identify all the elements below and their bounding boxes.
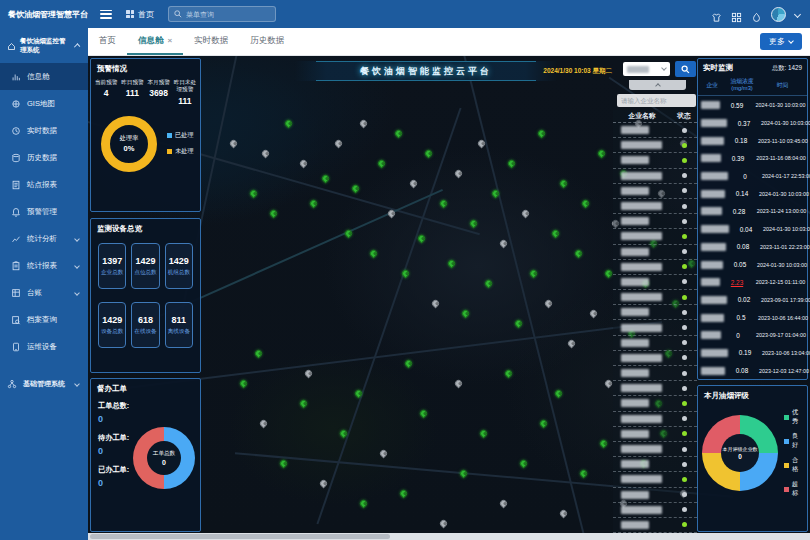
map-pin[interactable] [477,139,487,149]
sidebar-item[interactable]: 预警管理 [0,198,88,225]
list-item[interactable] [613,260,697,275]
list-item[interactable] [613,214,697,229]
map-pin[interactable] [507,159,517,169]
list-item[interactable] [613,305,697,320]
map-pin[interactable] [359,499,369,509]
map-pin[interactable] [439,519,449,529]
menu-search-input[interactable] [186,11,270,18]
map-pin[interactable] [259,419,269,429]
hamburger-menu-icon[interactable] [100,10,112,19]
map-pin[interactable] [589,309,599,319]
table-row[interactable]: 0.592024-01-30 10:03:00 [698,96,807,114]
map-pin[interactable] [401,269,411,279]
region-select[interactable] [623,62,670,76]
table-row[interactable]: 0.052024-01-30 10:03:00 [698,256,807,274]
map-pin[interactable] [387,209,397,219]
breadcrumb[interactable]: 首页 [126,9,154,20]
apps-grid-icon[interactable] [731,9,742,20]
list-item[interactable] [613,381,697,396]
map-pin[interactable] [499,239,509,249]
list-item[interactable] [613,396,697,411]
enterprise-name-input[interactable] [617,94,696,107]
map-pin[interactable] [479,429,489,439]
sidebar-item[interactable]: 运维设备 [0,333,88,360]
sidebar-item[interactable]: 历史数据 [0,144,88,171]
map-pin[interactable] [299,159,309,169]
table-row[interactable]: 2.232023-12-15 01:11:00 [698,273,807,291]
map-pin[interactable] [559,509,569,519]
list-item[interactable] [613,229,697,244]
table-row[interactable]: 0.372024-01-30 10:03:00 [698,114,807,132]
map-pin[interactable] [404,359,414,369]
map-pin[interactable] [599,439,609,449]
close-icon[interactable]: × [168,36,173,45]
map-pin[interactable] [249,189,259,199]
tab-首页[interactable]: 首页 [88,28,127,55]
map-pin[interactable] [344,229,354,239]
map-pin[interactable] [604,379,614,389]
more-button[interactable]: 更多 [760,33,802,50]
map-pin[interactable] [379,449,389,459]
tab-实时数据[interactable]: 实时数据 [183,28,239,55]
list-item[interactable] [613,138,697,153]
map-pin[interactable] [454,379,464,389]
map-pin[interactable] [537,129,547,139]
sidebar-item[interactable]: 基础管理系统 [0,370,88,397]
map-pin[interactable] [459,469,469,479]
list-item[interactable] [613,518,697,533]
tab-历史数据[interactable]: 历史数据 [239,28,295,55]
horizontal-scrollbar[interactable] [88,533,810,540]
list-item[interactable] [613,472,697,487]
theme-icon[interactable] [711,9,722,20]
list-item[interactable] [613,412,697,427]
map-pin[interactable] [299,399,309,409]
map-pin[interactable] [604,269,614,279]
map-pin[interactable] [399,489,409,499]
map-pin[interactable] [339,429,349,439]
chevron-down-icon[interactable] [794,10,801,17]
list-item[interactable] [613,320,697,335]
map-pin[interactable] [567,339,577,349]
map-pin[interactable] [559,179,569,189]
map-pin[interactable] [499,499,509,509]
map-pin[interactable] [394,129,404,139]
list-item[interactable] [613,199,697,214]
map-pin[interactable] [419,409,429,419]
list-item[interactable] [613,184,697,199]
map-pin[interactable] [581,199,591,209]
sidebar-system-header[interactable]: 餐饮油烟监控管理系统 [0,28,88,63]
table-row[interactable]: 0.392023-11-16 08:04:00 [698,150,807,168]
map-pin[interactable] [309,199,319,209]
map-pin[interactable] [514,319,524,329]
map-pin[interactable] [304,369,314,379]
map-pin[interactable] [284,119,294,129]
enterprise-search-button[interactable] [675,61,696,77]
sidebar-item[interactable]: GIS地图 [0,90,88,117]
map-pin[interactable] [239,379,249,389]
map-pin[interactable] [409,179,419,189]
list-item[interactable] [613,275,697,290]
collapse-toggle[interactable] [629,80,686,90]
map-pin[interactable] [319,479,329,489]
table-row[interactable]: 02024-01-17 22:53:00 [698,167,807,185]
table-row[interactable]: 0.182023-11-10 03:45:00 [698,132,807,150]
map-pin[interactable] [539,419,549,429]
sidebar-item[interactable]: 站点报表 [0,171,88,198]
list-item[interactable] [613,153,697,168]
map-pin[interactable] [454,169,464,179]
list-item[interactable] [613,366,697,381]
map-pin[interactable] [351,184,361,194]
map-pin[interactable] [439,199,449,209]
table-row[interactable]: 0.282023-11-24 13:00:00 [698,203,807,221]
table-row[interactable]: 0.082023-12-03 12:47:00 [698,362,807,380]
tab-信息舱[interactable]: 信息舱× [127,28,183,55]
map-pin[interactable] [597,149,607,159]
list-item[interactable] [613,245,697,260]
map-pin[interactable] [431,299,441,309]
map-pin[interactable] [461,309,471,319]
map-pin[interactable] [491,189,501,199]
map-pin[interactable] [551,229,561,239]
table-row[interactable]: 0.042024-01-30 10:03:00 [698,220,807,238]
sidebar-item[interactable]: 实时数据 [0,117,88,144]
map-pin[interactable] [321,174,331,184]
